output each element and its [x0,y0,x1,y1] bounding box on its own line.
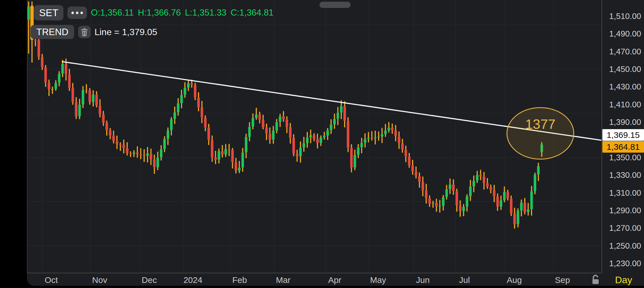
month-label: Apr [314,274,356,286]
price-tick-label: 1,410.00 [604,100,641,109]
month-label: May [357,274,399,286]
price-tick-label: 1,390.00 [604,117,641,127]
price-tick-label: 1,470.00 [604,47,641,56]
month-label: Aug [493,274,536,286]
price-tick-label: 1,330.00 [604,170,641,180]
price-tick-label: 1,450.00 [604,64,641,74]
time-axis-border [27,273,602,273]
trendline-price-tag: 1,369.15 [602,129,644,141]
ohlc-values: O:1,356.11 H:1,366.76 L:1,351.33 C:1,364… [91,8,274,18]
price-tick-label: 1,310.00 [604,188,641,198]
price-axis-border [602,0,602,273]
price-tick-label: 1,490.00 [604,29,641,39]
candlestick-chart[interactable]: 1377 [27,0,602,273]
month-label: Jul [443,274,486,286]
app-root: 1377 1,510.001,490.001,470.001,450.001,4… [0,0,644,288]
month-label: Jun [402,274,444,286]
interval-button[interactable]: Day [603,274,644,285]
month-label: Mar [262,274,304,286]
price-tick-label: 1,270.00 [604,223,641,233]
month-label: Dec [128,274,170,286]
price-tick-label: 1,230.00 [604,259,641,268]
more-options-button[interactable] [67,7,87,19]
trend-tool-button[interactable]: TREND [31,25,74,39]
price-tick-label: 1,250.00 [604,241,641,251]
month-label: Sep [541,274,584,286]
symbol-button[interactable]: SET [34,5,63,20]
price-tick-label: 1,350.00 [604,153,641,162]
annotation-ellipse[interactable] [507,108,574,159]
price-tick-label: 1,510.00 [604,11,641,21]
drag-handle[interactable] [319,2,351,8]
month-label: 2024 [172,274,214,286]
price-tick-label: 1,290.00 [604,206,641,215]
month-label: Nov [78,274,121,286]
trendline-value-text: Line = 1,379.05 [95,27,157,37]
lock-icon[interactable] [591,274,600,285]
pane-left-border [27,0,27,273]
month-label: Oct [30,274,72,286]
annotation-label: 1377 [525,117,556,132]
trash-icon [80,28,88,36]
delete-trend-button[interactable] [78,26,91,38]
bottom-inset [0,286,644,288]
price-tick-label: 1,430.00 [604,82,641,91]
last-price-tag: 1,364.81 [602,141,644,153]
more-options-icon [71,12,74,14]
month-label: Feb [218,274,261,286]
